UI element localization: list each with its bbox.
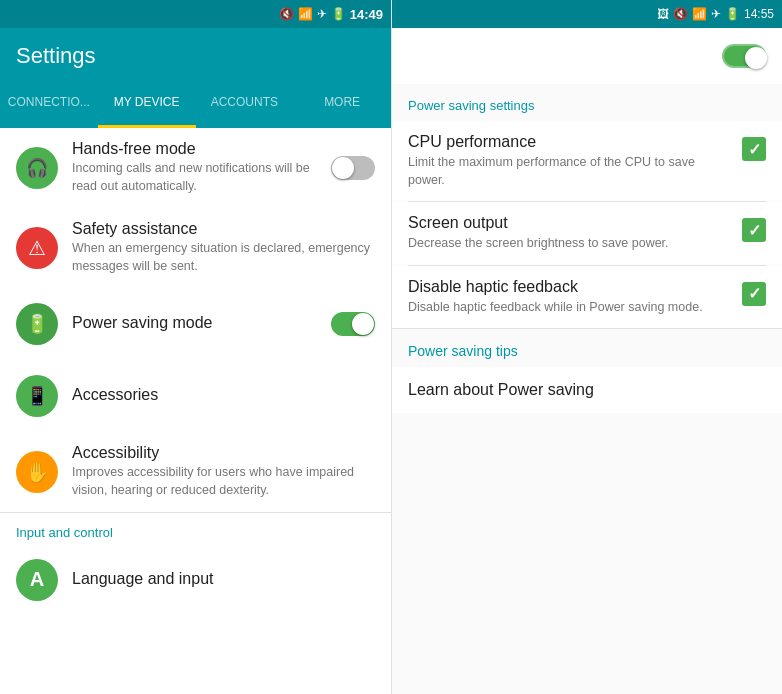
right-wifi-icon: 📶 bbox=[692, 7, 707, 21]
cpu-performance-content: CPU performance Limit the maximum perfor… bbox=[408, 133, 734, 189]
haptic-feedback-desc: Disable haptic feedback while in Power s… bbox=[408, 299, 734, 317]
safety-title: Safety assistance bbox=[72, 220, 375, 238]
tab-bar: CONNECTIO... MY DEVICE ACCOUNTS MORE bbox=[0, 84, 391, 128]
battery-icon: 🔋 bbox=[331, 7, 346, 21]
accessories-content: Accessories bbox=[72, 386, 375, 406]
hands-free-content: Hands-free mode Incoming calls and new n… bbox=[72, 140, 331, 195]
screen-output-checkbox[interactable] bbox=[742, 218, 766, 242]
airplane-icon: ✈ bbox=[317, 7, 327, 21]
hands-free-subtitle: Incoming calls and new notifications wil… bbox=[72, 160, 331, 195]
power-saving-knob bbox=[352, 313, 374, 335]
power-mode-toggle[interactable] bbox=[722, 44, 766, 68]
learn-power-saving[interactable]: Learn about Power saving bbox=[392, 367, 782, 413]
right-screenshot-icon: 🖼 bbox=[657, 7, 669, 21]
list-item[interactable]: 📱 Accessories bbox=[0, 360, 391, 432]
accessories-title: Accessories bbox=[72, 386, 375, 404]
haptic-feedback-checkbox[interactable] bbox=[742, 282, 766, 306]
screen-output-desc: Decrease the screen brightness to save p… bbox=[408, 235, 734, 253]
right-title-bar: ← Power saving mode bbox=[392, 28, 782, 84]
list-item[interactable]: ⚠ Safety assistance When an emergency si… bbox=[0, 208, 391, 288]
safety-content: Safety assistance When an emergency situ… bbox=[72, 220, 375, 275]
cpu-performance-checkbox[interactable] bbox=[742, 137, 766, 161]
screen-output-item[interactable]: Screen output Decrease the screen bright… bbox=[392, 202, 782, 265]
left-app-bar: Settings bbox=[0, 28, 391, 84]
right-airplane-icon: ✈ bbox=[711, 7, 721, 21]
language-title: Language and input bbox=[72, 570, 375, 588]
right-panel: 🖼 🔇 📶 ✈ 🔋 14:55 ← Power saving mode Powe… bbox=[391, 0, 782, 694]
tab-more[interactable]: MORE bbox=[293, 84, 391, 128]
hands-free-icon: 🎧 bbox=[16, 147, 58, 189]
power-saving-title: Power saving mode bbox=[72, 314, 331, 332]
tab-accounts[interactable]: ACCOUNTS bbox=[196, 84, 294, 128]
safety-icon: ⚠ bbox=[16, 227, 58, 269]
language-content: Language and input bbox=[72, 570, 375, 590]
left-time: 14:49 bbox=[350, 7, 383, 22]
hands-free-knob bbox=[332, 157, 354, 179]
accessibility-title: Accessibility bbox=[72, 444, 375, 462]
mute-icon: 🔇 bbox=[279, 7, 294, 21]
haptic-feedback-content: Disable haptic feedback Disable haptic f… bbox=[408, 278, 734, 317]
accessibility-icon: ✋ bbox=[16, 451, 58, 493]
haptic-feedback-title: Disable haptic feedback bbox=[408, 278, 734, 296]
right-status-bar: 🖼 🔇 📶 ✈ 🔋 14:55 bbox=[392, 0, 782, 28]
right-app-title: Power saving mode bbox=[440, 45, 710, 68]
cpu-performance-desc: Limit the maximum performance of the CPU… bbox=[408, 154, 734, 189]
right-battery-icon: 🔋 bbox=[725, 7, 740, 21]
power-mode-knob bbox=[745, 47, 767, 69]
cpu-performance-title: CPU performance bbox=[408, 133, 734, 151]
list-item[interactable]: A Language and input bbox=[0, 544, 391, 616]
cpu-performance-item[interactable]: CPU performance Limit the maximum perfor… bbox=[392, 121, 782, 201]
accessibility-content: Accessibility Improves accessibility for… bbox=[72, 444, 375, 499]
right-content: Power saving settings CPU performance Li… bbox=[392, 84, 782, 694]
screen-output-content: Screen output Decrease the screen bright… bbox=[408, 214, 734, 253]
right-time: 14:55 bbox=[744, 7, 774, 21]
accessibility-subtitle: Improves accessibility for users who hav… bbox=[72, 464, 375, 499]
left-status-bar: 🔇 📶 ✈ 🔋 14:49 bbox=[0, 0, 391, 28]
haptic-feedback-item[interactable]: Disable haptic feedback Disable haptic f… bbox=[392, 266, 782, 329]
power-saving-settings-header: Power saving settings bbox=[392, 84, 782, 121]
language-icon: A bbox=[16, 559, 58, 601]
list-item[interactable]: 🎧 Hands-free mode Incoming calls and new… bbox=[0, 128, 391, 208]
list-item[interactable]: 🔋 Power saving mode bbox=[0, 288, 391, 360]
screen-output-title: Screen output bbox=[408, 214, 734, 232]
power-saving-tips[interactable]: Power saving tips bbox=[392, 329, 782, 367]
tab-connections[interactable]: CONNECTIO... bbox=[0, 84, 98, 128]
section-input-control: Input and control bbox=[0, 513, 391, 544]
power-saving-content: Power saving mode bbox=[72, 314, 331, 334]
settings-list: 🎧 Hands-free mode Incoming calls and new… bbox=[0, 128, 391, 694]
back-button[interactable]: ← bbox=[408, 45, 428, 68]
list-item[interactable]: ✋ Accessibility Improves accessibility f… bbox=[0, 432, 391, 512]
hands-free-title: Hands-free mode bbox=[72, 140, 331, 158]
safety-subtitle: When an emergency situation is declared,… bbox=[72, 240, 375, 275]
power-saving-toggle[interactable] bbox=[331, 312, 375, 336]
accessories-icon: 📱 bbox=[16, 375, 58, 417]
hands-free-toggle[interactable] bbox=[331, 156, 375, 180]
left-app-title: Settings bbox=[16, 43, 96, 69]
wifi-icon: 📶 bbox=[298, 7, 313, 21]
tab-my-device[interactable]: MY DEVICE bbox=[98, 84, 196, 128]
left-panel: 🔇 📶 ✈ 🔋 14:49 Settings CONNECTIO... MY D… bbox=[0, 0, 391, 694]
right-mute-icon: 🔇 bbox=[673, 7, 688, 21]
power-saving-icon: 🔋 bbox=[16, 303, 58, 345]
